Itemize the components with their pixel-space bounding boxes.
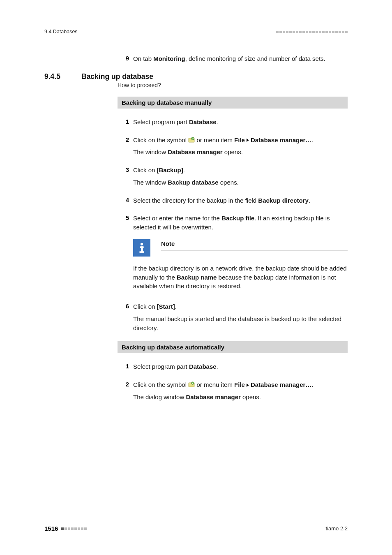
section-heading: 9.4.5 Backing up database (44, 72, 348, 81)
step-number: 1 (118, 362, 133, 371)
text: or menu item (196, 381, 234, 388)
text: or menu item (196, 136, 234, 143)
bold-text: Database (189, 118, 217, 125)
bold-text: Database manager… (251, 136, 311, 143)
svg-point-1 (191, 137, 194, 139)
header-left: 9.4 Databases (44, 29, 78, 35)
step-body: Select program part Database. (133, 362, 348, 371)
text: . (175, 303, 177, 310)
step-body: Click on the symbol or menu item FileDat… (133, 136, 348, 157)
bold-text: File (234, 136, 245, 143)
manual-backup-block: Backing up database manually 1 Select pr… (118, 97, 348, 402)
step-body: Click on [Start]. The manual backup is s… (133, 302, 348, 332)
text: Click on the symbol (133, 136, 188, 143)
note-text: If the backup directory is on a network … (133, 264, 348, 291)
svg-point-2 (141, 243, 143, 245)
text: Select program part (133, 118, 189, 125)
bold-text: Monitoring (153, 55, 185, 62)
text: . (311, 381, 313, 388)
text: The window (133, 179, 168, 186)
step-number: 3 (118, 166, 133, 187)
text: opens. (241, 393, 261, 400)
bold-text: [Backup] (157, 166, 183, 173)
manual-step-6: 6 Click on [Start]. The manual backup is… (118, 302, 348, 332)
bold-text: Database manager (168, 148, 222, 155)
footer-right: tiamo 2.2 (326, 525, 348, 532)
step-body: On tab Monitoring, define monitoring of … (133, 54, 348, 63)
manual-step-5: 5 Select or enter the name for the Backu… (118, 214, 348, 293)
step-number: 1 (118, 118, 133, 127)
info-icon (133, 239, 150, 257)
step-body: Click on [Backup]. The window Backup dat… (133, 166, 348, 187)
step-number: 9 (118, 54, 133, 63)
note-box: Note If the backup directory is on a net… (133, 239, 348, 291)
text: Select or enter the name for the (133, 215, 221, 222)
note-title: Note (161, 239, 348, 250)
text: Click on (133, 303, 157, 310)
auto-step-2: 2 Click on the symbol or menu item FileD… (118, 380, 348, 402)
bold-text: Database (189, 363, 217, 370)
subheader-manual: Backing up database manually (118, 97, 348, 109)
page-number: 1516 (44, 525, 58, 532)
text: Click on (133, 166, 157, 173)
auto-step-1: 1 Select program part Database. (118, 362, 348, 371)
menu-separator-icon (247, 384, 249, 387)
bold-text: File (234, 381, 245, 388)
svg-point-7 (191, 382, 194, 384)
menu-separator-icon (247, 139, 249, 142)
bold-text: Backup file (221, 215, 254, 222)
text: . (183, 166, 185, 173)
text: The manual backup is started and the dat… (133, 314, 348, 333)
step-body: Select or enter the name for the Backup … (133, 214, 348, 293)
bold-text: Database manager (186, 393, 240, 400)
bold-text: [Start] (157, 303, 175, 310)
text: . (217, 363, 218, 370)
footer-decoration (61, 527, 88, 530)
manual-step-4: 4 Select the directory for the backup in… (118, 196, 348, 205)
text: . (311, 136, 313, 143)
bold-text: Backup name (177, 274, 217, 281)
database-manager-icon (188, 381, 195, 388)
text: Click on the symbol (133, 381, 188, 388)
text: . (217, 118, 218, 125)
database-manager-icon (188, 136, 195, 143)
page-footer: 1516 tiamo 2.2 (44, 525, 348, 532)
step-number: 2 (118, 380, 133, 402)
svg-rect-4 (141, 246, 143, 252)
text: The window (133, 148, 168, 155)
text: The dialog window (133, 393, 186, 400)
page: 9.4 Databases 9 On tab Monitoring, defin… (0, 0, 392, 555)
step-number: 4 (118, 196, 133, 205)
text: On tab (133, 55, 153, 62)
bold-text: Backup directory (258, 197, 309, 204)
how-to-proceed: How to proceed? (118, 82, 348, 88)
step-body: Select program part Database. (133, 118, 348, 127)
step-number: 2 (118, 136, 133, 157)
step-9: 9 On tab Monitoring, define monitoring o… (118, 54, 348, 63)
text: Select program part (133, 363, 189, 370)
header-decoration (275, 30, 348, 34)
step-body: Select the directory for the backup in t… (133, 196, 348, 205)
step-number: 5 (118, 214, 133, 293)
bold-text: Backup database (168, 179, 218, 186)
page-header: 9.4 Databases (44, 29, 348, 35)
svg-rect-5 (140, 251, 144, 253)
text: , define monitoring of size and number o… (185, 55, 325, 62)
subheader-auto: Backing up database automatically (118, 341, 348, 353)
continuation-block: 9 On tab Monitoring, define monitoring o… (118, 54, 348, 63)
step-body: Click on the symbol or menu item FileDat… (133, 380, 348, 402)
text: opens. (219, 179, 239, 186)
text: opens. (223, 148, 243, 155)
manual-step-2: 2 Click on the symbol or menu item FileD… (118, 136, 348, 157)
footer-left: 1516 (44, 525, 88, 532)
step-number: 6 (118, 302, 133, 332)
section-number: 9.4.5 (44, 72, 81, 81)
text: Select the directory for the backup in t… (133, 197, 258, 204)
manual-step-1: 1 Select program part Database. (118, 118, 348, 127)
bold-text: Database manager… (251, 381, 311, 388)
manual-step-3: 3 Click on [Backup]. The window Backup d… (118, 166, 348, 187)
text: . (309, 197, 310, 204)
section-title: Backing up database (81, 72, 153, 81)
